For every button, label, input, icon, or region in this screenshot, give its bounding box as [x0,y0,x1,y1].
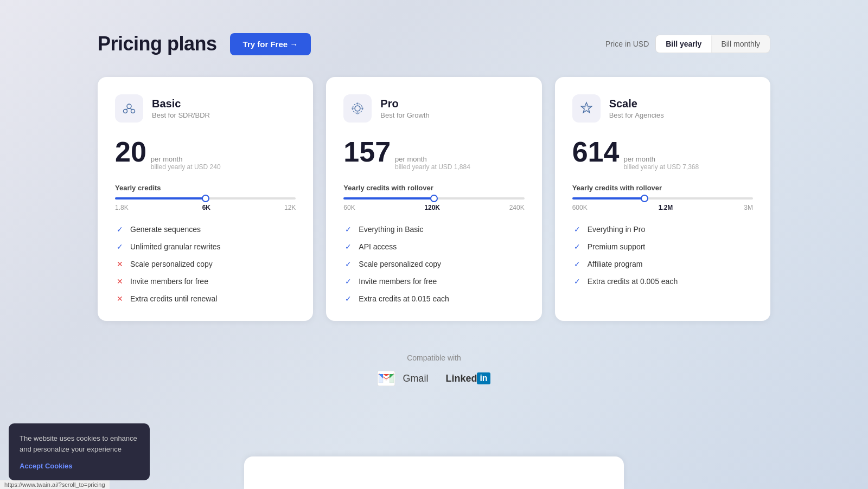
basic-credits-section: Yearly credits 1.8K 6K 12K [115,184,296,211]
basic-price-amount: 20 [115,138,146,166]
scale-slider-thumb[interactable] [641,195,648,202]
check-icon: ✓ [343,294,353,304]
pro-slider[interactable] [343,197,524,200]
header-left: Pricing plans Try for Free → [98,33,311,55]
check-icon: ✓ [343,276,353,286]
pro-features-list: ✓ Everything in Basic ✓ API access ✓ Sca… [343,224,524,304]
compatible-logos: Gmail Linked in [98,371,770,386]
pro-plan-subtitle: Best for Growth [380,111,429,119]
pro-slider-labels: 60K 120K 240K [343,204,524,211]
scale-slider[interactable] [572,197,753,200]
feature-text: Premium support [588,242,646,251]
basic-slider-labels: 1.8K 6K 12K [115,204,296,211]
svg-point-2 [131,110,135,113]
price-currency-label: Price in USD [605,40,649,48]
pro-price-row: 157 per month billed yearly at USD 1,884 [343,138,524,171]
check-icon: ✓ [115,242,125,252]
basic-price-details: per month billed yearly at USD 240 [151,155,221,171]
scale-slider-fill [572,197,644,200]
pro-slider-thumb[interactable] [430,195,438,202]
basic-slider-thumb[interactable] [202,195,209,202]
basic-per-month: per month [151,155,221,163]
scale-slider-max: 3M [744,204,753,211]
gmail-logo: Gmail [378,371,428,386]
pro-slider-mid: 120K [424,204,440,211]
url-bar: https://www.twain.ai/?scroll_to=pricing [0,480,110,489]
scale-price-row: 614 per month billed yearly at USD 7,368 [572,138,753,171]
pro-plan-card: Pro Best for Growth 157 per month billed… [326,77,541,321]
feature-text: Extra credits at 0.005 each [588,277,678,286]
scale-plan-card: Scale Best for Agencies 614 per month bi… [555,77,770,321]
accept-cookies-button[interactable]: Accept Cookies [20,462,73,470]
bill-monthly-button[interactable]: Bill monthly [711,35,770,53]
x-icon: ✕ [115,276,125,286]
check-icon: ✓ [572,224,582,234]
pro-per-month: per month [395,155,470,163]
feature-text: Affiliate program [588,260,643,268]
scale-features-list: ✓ Everything in Pro ✓ Premium support ✓ … [572,224,753,286]
svg-rect-14 [379,374,383,383]
basic-plan-card: Basic Best for SDR/BDR 20 per month bill… [98,77,313,321]
cookie-text: The website uses cookies to enhance and … [20,433,139,454]
x-icon: ✕ [115,294,125,304]
list-item: ✕ Invite members for free [115,276,296,286]
scale-slider-min: 600K [572,204,588,211]
page-header: Pricing plans Try for Free → Price in US… [98,33,770,55]
pro-card-header: Pro Best for Growth [343,94,524,123]
scale-plan-icon [572,94,601,123]
check-icon: ✓ [572,276,582,286]
basic-slider[interactable] [115,197,296,200]
pro-slider-max: 240K [509,204,525,211]
header-right: Price in USD Bill yearly Bill monthly [605,35,770,53]
feature-text: Extra credits until renewal [130,294,217,303]
scale-card-header: Scale Best for Agencies [572,94,753,123]
svg-point-8 [356,112,359,114]
page-title: Pricing plans [98,33,217,55]
gmail-text: Gmail [403,373,428,384]
svg-point-1 [124,110,127,113]
basic-price-row: 20 per month billed yearly at USD 240 [115,138,296,171]
check-icon: ✓ [343,242,353,252]
svg-point-6 [353,104,362,113]
feature-text: Everything in Basic [359,225,423,234]
try-free-button[interactable]: Try for Free → [230,33,311,55]
scale-per-month: per month [623,155,699,163]
feature-text: API access [359,242,397,251]
list-item: ✓ Scale personalized copy [343,259,524,269]
list-item: ✓ Generate sequences [115,224,296,234]
scale-plan-name: Scale [609,98,664,110]
basic-plan-name-group: Basic Best for SDR/BDR [152,98,210,119]
pricing-cards: Basic Best for SDR/BDR 20 per month bill… [98,77,770,321]
bill-yearly-button[interactable]: Bill yearly [656,35,711,53]
list-item: ✓ Extra credits at 0.015 each [343,294,524,304]
pro-plan-name: Pro [380,98,429,110]
basic-slider-max: 12K [284,204,296,211]
list-item: ✓ Extra credits at 0.005 each [572,276,753,286]
basic-card-header: Basic Best for SDR/BDR [115,94,296,123]
svg-point-9 [352,107,354,110]
feature-text: Unlimited granular rewrites [130,242,221,251]
pro-plan-icon [343,94,372,123]
svg-point-0 [127,104,131,108]
svg-point-10 [361,107,363,110]
compatible-section: Compatible with Gmail Link [98,353,770,386]
feature-text: Scale personalized copy [359,260,441,268]
scale-slider-labels: 600K 1.2M 3M [572,204,753,211]
gmail-icon [378,371,395,386]
pro-credits-label: Yearly credits with rollover [343,184,524,192]
cookie-banner: The website uses cookies to enhance and … [9,423,150,480]
list-item: ✓ Everything in Pro [572,224,753,234]
basic-plan-icon [115,94,143,123]
pro-credits-section: Yearly credits with rollover 60K 120K 24… [343,184,524,211]
basic-billed-yearly: billed yearly at USD 240 [151,163,221,171]
svg-point-7 [356,102,359,105]
scale-price-amount: 614 [572,138,620,166]
basic-slider-min: 1.8K [115,204,129,211]
basic-slider-mid: 6K [202,204,210,211]
check-icon: ✓ [572,242,582,252]
list-item: ✓ Invite members for free [343,276,524,286]
basic-slider-fill [115,197,206,200]
scale-plan-subtitle: Best for Agencies [609,111,664,119]
pro-plan-name-group: Pro Best for Growth [380,98,429,119]
feature-text: Invite members for free [359,277,437,286]
